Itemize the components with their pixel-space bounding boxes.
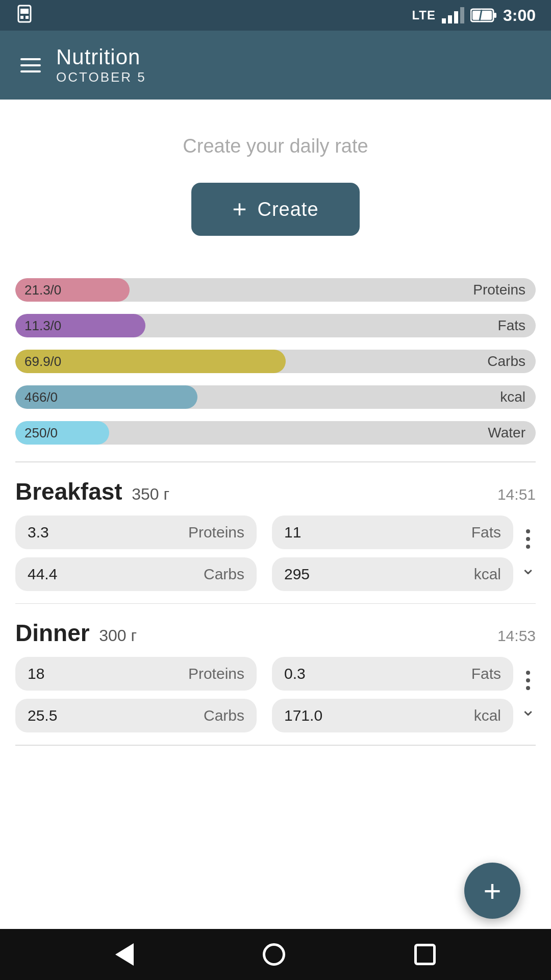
- stat-name: Carbs: [204, 566, 244, 583]
- menu-button[interactable]: [20, 58, 41, 72]
- stat-value: 0.3: [284, 665, 306, 682]
- sim-icon: [15, 5, 34, 23]
- app-date: OCTOBER 5: [56, 69, 146, 85]
- meal-header-breakfast: Breakfast 350 г 14:51: [15, 462, 536, 516]
- stat-pill-dinner-proteins: 18 Proteins: [15, 657, 257, 691]
- meal-weight-breakfast: 350 г: [132, 485, 169, 503]
- nav-home-button[interactable]: [263, 943, 285, 966]
- app-title: Nutrition: [56, 45, 146, 69]
- bar-fill-proteins: 21.3/0: [15, 278, 130, 302]
- stat-pill-breakfast-fats: 11 Fats: [272, 516, 513, 549]
- lte-icon: LTE: [412, 8, 436, 22]
- bar-track-fats: 11.3/0 Fats: [15, 314, 536, 337]
- app-header: Nutrition OCTOBER 5: [0, 31, 551, 100]
- bar-track-carbs: 69.9/0 Carbs: [15, 350, 536, 373]
- meal-header-dinner: Dinner 300 г 14:53: [15, 604, 536, 657]
- bar-label-water: Water: [488, 425, 525, 441]
- bar-fill-water: 250/0: [15, 421, 109, 445]
- bar-label-kcal: kcal: [500, 389, 525, 405]
- daily-rate-section: Create your daily rate + Create: [0, 100, 551, 266]
- meal-weight-dinner: 300 г: [99, 626, 137, 645]
- meal-expand-button-breakfast[interactable]: ⌄: [520, 559, 536, 577]
- stat-value: 3.3: [28, 524, 49, 541]
- bar-value-proteins: 21.3/0: [24, 282, 61, 298]
- bar-value-water: 250/0: [24, 425, 58, 441]
- stat-name: Proteins: [188, 524, 244, 541]
- stat-name: Fats: [471, 665, 501, 682]
- meal-more-button-dinner[interactable]: [526, 671, 530, 690]
- bar-track-water: 250/0 Water: [15, 421, 536, 445]
- stat-pill-breakfast-kcal: 295 kcal: [272, 557, 513, 591]
- create-plus-icon: +: [232, 197, 247, 222]
- stat-pill-dinner-fats: 0.3 Fats: [272, 657, 513, 691]
- nav-back-button[interactable]: [115, 943, 134, 966]
- header-title-block: Nutrition OCTOBER 5: [56, 45, 146, 85]
- fab-plus-icon: +: [483, 873, 501, 909]
- stat-name: kcal: [474, 707, 501, 724]
- meals-section: Breakfast 350 г 14:51 3.3 Proteins 11 Fa…: [0, 461, 551, 746]
- back-icon: [115, 943, 134, 966]
- signal-icon: [442, 7, 464, 23]
- status-bar-left: [15, 5, 34, 27]
- recents-icon: [414, 944, 436, 965]
- nav-recents-button[interactable]: [414, 944, 436, 965]
- bar-label-fats: Fats: [498, 317, 525, 334]
- daily-rate-prompt: Create your daily rate: [183, 135, 368, 157]
- stat-pill-breakfast-proteins: 3.3 Proteins: [15, 516, 257, 549]
- meal-title-dinner: Dinner: [15, 620, 90, 646]
- stat-value: 295: [284, 566, 310, 583]
- meal-stats-wrapper-dinner: 18 Proteins 0.3 Fats 25.5 Carbs 171.0 kc…: [15, 657, 536, 745]
- bar-label-carbs: Carbs: [487, 353, 525, 370]
- nav-bar: [0, 929, 551, 980]
- bar-fill-kcal: 466/0: [15, 385, 197, 409]
- time-display: 3:00: [503, 6, 536, 25]
- svg-rect-2: [20, 16, 23, 19]
- bar-track-kcal: 466/0 kcal: [15, 385, 536, 409]
- svg-rect-6: [454, 11, 458, 23]
- stat-value: 44.4: [28, 566, 57, 583]
- status-icons: LTE 3:00: [412, 6, 536, 25]
- meal-expand-button-dinner[interactable]: ⌄: [520, 700, 536, 719]
- stat-name: Fats: [471, 524, 501, 541]
- bar-label-proteins: Proteins: [473, 282, 525, 298]
- meal-side-actions-dinner: ⌄: [513, 671, 536, 731]
- main-content: Create your daily rate + Create 21.3/0 P…: [0, 100, 551, 980]
- stat-name: Proteins: [188, 665, 244, 682]
- stat-name: kcal: [474, 566, 501, 583]
- stat-pill-dinner-kcal: 171.0 kcal: [272, 699, 513, 732]
- battery-icon: [470, 8, 497, 23]
- svg-rect-9: [494, 13, 496, 18]
- bar-row-kcal: 466/0 kcal: [15, 384, 536, 410]
- meal-side-actions-breakfast: ⌄: [513, 529, 536, 590]
- stat-value: 11: [284, 524, 301, 541]
- bar-value-carbs: 69.9/0: [24, 354, 61, 370]
- bar-value-kcal: 466/0: [24, 389, 58, 405]
- bar-value-fats: 11.3/0: [24, 318, 61, 334]
- svg-rect-7: [460, 7, 464, 23]
- meal-title-group-breakfast: Breakfast 350 г: [15, 478, 169, 505]
- stat-value: 25.5: [28, 707, 57, 724]
- create-button[interactable]: + Create: [191, 183, 359, 236]
- meal-stats-wrapper-breakfast: 3.3 Proteins 11 Fats 44.4 Carbs 295 kcal…: [15, 516, 536, 603]
- meal-time-breakfast: 14:51: [497, 486, 536, 503]
- bar-row-carbs: 69.9/0 Carbs: [15, 348, 536, 375]
- svg-rect-10: [472, 11, 492, 20]
- nutrition-bars-section: 21.3/0 Proteins 11.3/0 Fats 69.9/0 Carbs…: [0, 266, 551, 461]
- create-label: Create: [257, 199, 318, 220]
- meal-time-dinner: 14:53: [497, 627, 536, 645]
- stat-name: Carbs: [204, 707, 244, 724]
- meal-more-button-breakfast[interactable]: [526, 529, 530, 549]
- stat-pill-dinner-carbs: 25.5 Carbs: [15, 699, 257, 732]
- bar-row-fats: 11.3/0 Fats: [15, 312, 536, 339]
- add-meal-fab[interactable]: +: [464, 863, 520, 919]
- home-icon: [263, 943, 285, 966]
- meal-stats-dinner: 18 Proteins 0.3 Fats 25.5 Carbs 171.0 kc…: [15, 657, 513, 745]
- meal-stats-breakfast: 3.3 Proteins 11 Fats 44.4 Carbs 295 kcal: [15, 516, 513, 603]
- bar-row-proteins: 21.3/0 Proteins: [15, 277, 536, 303]
- svg-rect-3: [26, 16, 29, 19]
- stat-value: 18: [28, 665, 44, 682]
- svg-rect-5: [448, 15, 452, 23]
- status-bar: LTE 3:00: [0, 0, 551, 31]
- svg-rect-4: [442, 18, 446, 23]
- bar-row-water: 250/0 Water: [15, 420, 536, 446]
